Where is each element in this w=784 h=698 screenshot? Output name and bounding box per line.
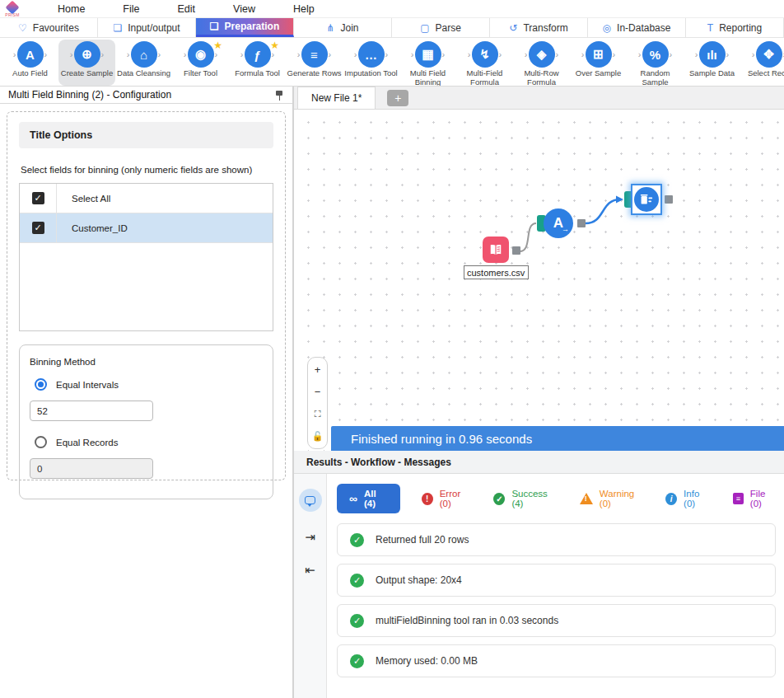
tool-select-records[interactable]: ›✥›Select Reco [740, 40, 784, 86]
fit-screen-icon[interactable]: ⛶ [310, 407, 324, 421]
filter-warning-button[interactable]: Warning (0) [580, 489, 644, 508]
file-preparation-icon: ❏ [210, 21, 219, 31]
success-check-icon: ✓ [350, 654, 364, 668]
message-filter-bar: ∞All (4) !Error (0) ✓Success (4) Warning… [337, 484, 777, 513]
tool-random-sample[interactable]: ›%›Random Sample [627, 40, 684, 86]
equal-intervals-option[interactable]: Equal Intervals [35, 378, 263, 391]
success-check-icon: ✓ [350, 614, 364, 628]
select-records-icon: ✥ [756, 41, 782, 68]
message-card[interactable]: ✓ Output shape: 20x4 [337, 564, 776, 597]
equal-intervals-input[interactable] [30, 401, 153, 421]
multi-field-binning-node[interactable] [631, 184, 662, 215]
filter-error-button[interactable]: !Error (0) [422, 489, 473, 508]
tab-favourites[interactable]: ♡Favourites [0, 18, 98, 37]
field-selection-list: ✓ Select All ✓ Customer_ID [19, 183, 273, 331]
auto-field-node[interactable]: A → [544, 208, 573, 238]
parse-icon: ▢ [420, 23, 429, 33]
menu-edit[interactable]: Edit [178, 3, 196, 15]
tool-multi-field-binning[interactable]: ›▦›Multi Field Binning [399, 40, 456, 86]
heart-icon: ♡ [18, 23, 27, 33]
csv-input-node[interactable] [483, 237, 509, 263]
status-banner: Finished running in 0.96 seconds [331, 426, 784, 451]
connection-wires [294, 110, 782, 451]
binning-output-port[interactable] [665, 195, 673, 204]
tool-ribbon: ›A›Auto Field ›⊕›Create Sample ›⌂›Data C… [0, 38, 784, 87]
filter-info-button[interactable]: iInfo (0) [665, 489, 712, 508]
config-panel-title: Multi Field Binning (2) - Configuration [8, 89, 171, 101]
file-icon: ≡ [733, 493, 744, 504]
menu-help[interactable]: Help [293, 3, 315, 15]
results-header: Results - Workflow - Messages [294, 451, 784, 474]
field-row-select-all[interactable]: ✓ Select All [20, 184, 273, 213]
multi-field-binning-icon: ▦ [415, 41, 441, 68]
equal-intervals-radio[interactable] [35, 378, 47, 391]
equal-records-input[interactable] [30, 458, 153, 479]
canvas-tab-bar: New File 1* + [294, 87, 784, 110]
tool-auto-field[interactable]: ›A›Auto Field [2, 40, 58, 86]
workflow-canvas[interactable]: customers.csv A → [294, 110, 784, 451]
filter-all-button[interactable]: ∞All (4) [337, 484, 400, 513]
tool-data-cleansing[interactable]: ›⌂›Data Cleansing [115, 40, 172, 86]
tab-in-database[interactable]: ◎In-Database [588, 18, 686, 37]
file-input-icon: ❏ [113, 23, 122, 33]
add-tab-button[interactable]: + [387, 90, 408, 106]
tool-over-sample[interactable]: ›⊞›Over Sample [570, 40, 627, 86]
select-all-checkbox[interactable]: ✓ [32, 192, 44, 204]
comment-bubble-icon[interactable] [299, 489, 322, 512]
info-circle-icon: i [665, 493, 677, 505]
over-sample-icon: ⊞ [586, 41, 612, 68]
tab-reporting[interactable]: TReporting [686, 18, 784, 37]
join-nodes-icon: ⋔ [326, 23, 334, 33]
pin-icon[interactable] [274, 90, 284, 101]
message-card[interactable]: ✓ multiFieldBinning tool ran in 0.03 sec… [337, 604, 776, 637]
tab-preparation[interactable]: ❏Preparation [196, 18, 294, 37]
binning-trash-icon [639, 193, 654, 206]
arrow-into-box-icon[interactable]: ⇥ [305, 530, 315, 545]
tab-input-output[interactable]: ❏Input/output [98, 18, 196, 37]
menu-home[interactable]: Home [58, 3, 85, 15]
tool-generate-rows[interactable]: ›≡›Generate Rows [286, 40, 343, 86]
message-card[interactable]: ✓ Memory used: 0.00 MB [337, 644, 776, 677]
message-card[interactable]: ✓ Returned full 20 rows [337, 523, 776, 556]
tool-multi-field-formula[interactable]: ›↯›Multi-Field Formula [456, 40, 513, 86]
tab-parse[interactable]: ▢Parse [392, 18, 490, 37]
filter-file-button[interactable]: ≡File (0) [733, 489, 777, 508]
title-options-header[interactable]: Title Options [19, 122, 273, 148]
equal-records-radio[interactable] [35, 436, 47, 448]
tool-multi-row-formula[interactable]: ›◈›Multi-Row Formula [513, 40, 570, 86]
tool-filter[interactable]: ★›◉›Filter Tool [172, 40, 229, 86]
tool-formula[interactable]: ★›ƒ›Formula Tool [229, 40, 286, 86]
error-circle-icon: ! [422, 493, 433, 505]
filter-success-button[interactable]: ✓Success (4) [493, 489, 558, 508]
equal-records-option[interactable]: Equal Records [35, 436, 263, 448]
formula-flask-icon: ƒ [245, 41, 271, 68]
book-icon [488, 242, 504, 257]
imputation-icon: … [358, 41, 385, 68]
menu-view[interactable]: View [233, 3, 255, 15]
tool-sample-data[interactable]: ›ılı›Sample Data [684, 40, 740, 86]
success-check-icon: ✓ [350, 533, 364, 547]
tab-transform[interactable]: ↺Transform [490, 18, 588, 37]
tool-imputation[interactable]: ›…›Imputation Tool [343, 40, 399, 86]
arrow-icon: → [562, 225, 569, 233]
success-check-icon: ✓ [350, 574, 364, 588]
multi-field-formula-icon: ↯ [472, 41, 498, 68]
customer-id-checkbox[interactable]: ✓ [32, 222, 44, 234]
arrow-out-of-box-icon[interactable]: ⇤ [305, 563, 315, 578]
app-logo-icon: PRISM [5, 1, 20, 17]
tool-create-sample[interactable]: ›⊕›Create Sample [58, 40, 115, 86]
binning-method-label: Binning Method [30, 357, 263, 367]
csv-output-port[interactable] [512, 246, 520, 255]
tab-join[interactable]: ⋔Join [294, 18, 392, 37]
field-row-customer-id[interactable]: ✓ Customer_ID [20, 213, 273, 243]
zoom-out-button[interactable]: − [310, 385, 324, 399]
auto-field-output-port[interactable] [577, 219, 586, 227]
zoom-in-button[interactable]: + [310, 363, 324, 377]
menu-file[interactable]: File [123, 3, 139, 15]
tab-new-file-1[interactable]: New File 1* [297, 87, 376, 109]
results-panel: ⇥ ⇤ ∞All (4) !Error (0) ✓Success (4) War… [294, 474, 784, 698]
random-sample-percent-icon: % [642, 41, 669, 68]
configuration-panel: Multi Field Binning (2) - Configuration … [0, 87, 294, 698]
csv-node-label[interactable]: customers.csv [464, 265, 529, 279]
unlock-icon[interactable]: 🔓 [310, 429, 324, 443]
